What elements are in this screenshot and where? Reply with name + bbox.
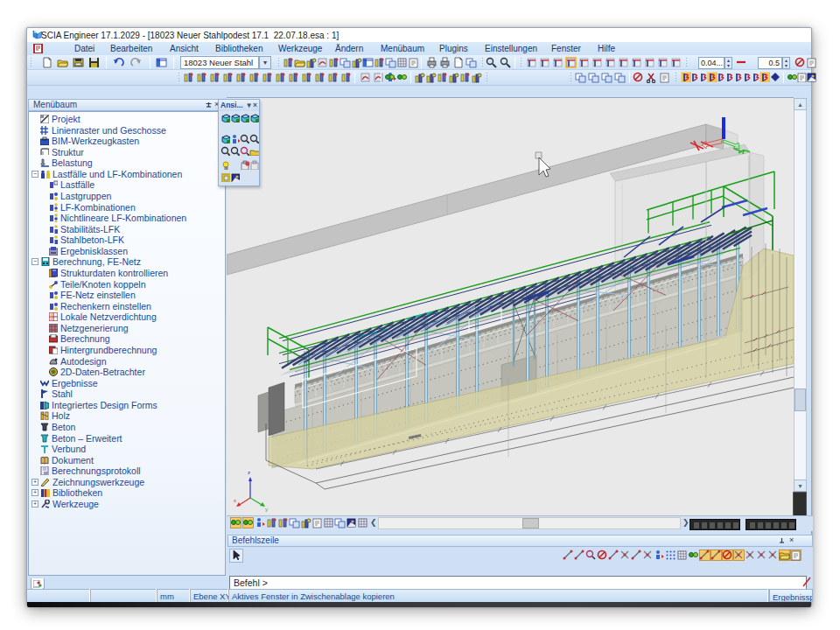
svg-text:y: y [265, 507, 268, 512]
svg-text:z: z [248, 470, 250, 475]
svg-text:x: x [234, 498, 236, 503]
